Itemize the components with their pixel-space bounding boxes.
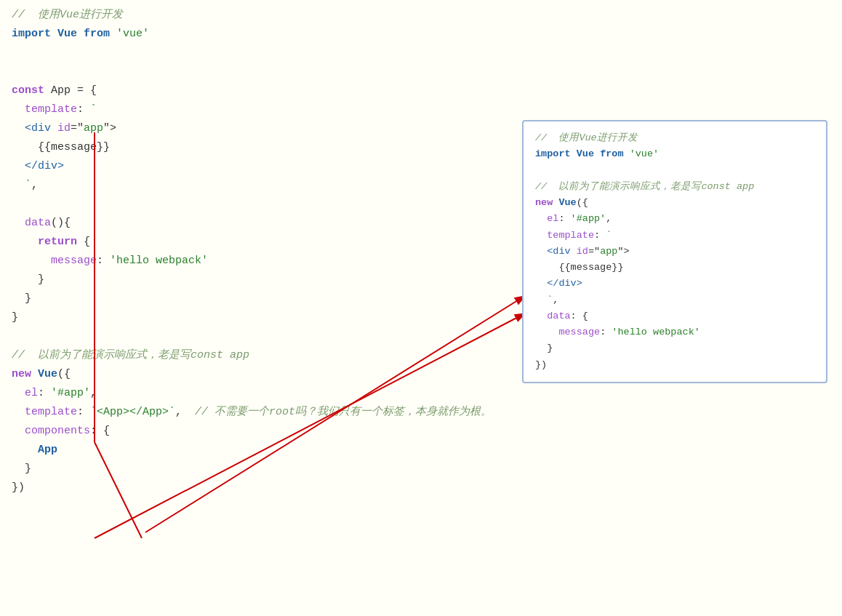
code-line-1: // 使用Vue进行开发 — [0, 6, 842, 25]
popup-line-1: // 使用Vue进行开发 — [535, 130, 814, 146]
popup-line-10: </div> — [535, 276, 814, 292]
code-line-5: const App = { — [0, 81, 842, 100]
code-line-2: import Vue from 'vue' — [0, 25, 842, 44]
code-line-6: template: ` — [0, 100, 842, 119]
popup-line-3 — [535, 163, 814, 179]
popup-line-9: {{message}} — [535, 260, 814, 276]
code-line-21: el: '#app', — [0, 384, 842, 403]
code-line-25: } — [0, 460, 842, 479]
code-line-4 — [0, 63, 842, 81]
popup-line-2: import Vue from 'vue' — [535, 146, 814, 162]
code-line-26: }) — [0, 479, 842, 497]
popup-line-4: // 以前为了能演示响应式，老是写const app — [535, 179, 814, 195]
popup-line-15: }) — [535, 357, 814, 373]
popup-preview: // 使用Vue进行开发 import Vue from 'vue' // 以前… — [522, 120, 827, 383]
code-line-24: App — [0, 441, 842, 460]
popup-line-7: template: ` — [535, 228, 814, 244]
popup-line-13: message: 'hello webpack' — [535, 324, 814, 340]
popup-line-14: } — [535, 340, 814, 356]
code-line-3 — [0, 44, 842, 63]
popup-line-8: <div id="app"> — [535, 244, 814, 260]
code-line-22: template: `<App></App>`, // 不需要一个root吗？我… — [0, 403, 842, 422]
popup-line-5: new Vue({ — [535, 195, 814, 211]
popup-line-11: `, — [535, 292, 814, 308]
popup-line-6: el: '#app', — [535, 211, 814, 227]
code-editor: // 使用Vue进行开发 import Vue from 'vue' const… — [0, 0, 842, 616]
code-line-23: components: { — [0, 422, 842, 441]
popup-line-12: data: { — [535, 308, 814, 324]
